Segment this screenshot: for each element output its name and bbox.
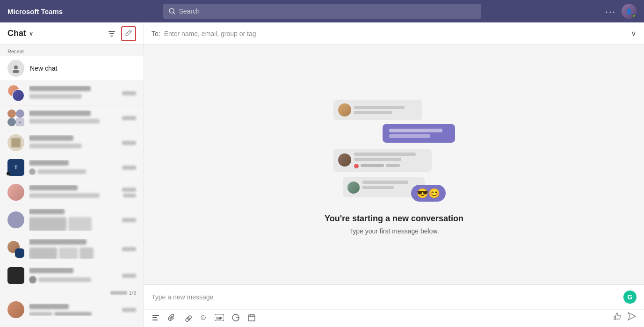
- chat-title-button[interactable]: Chat ∨: [7, 29, 33, 38]
- illustration-bubble-1: [333, 100, 422, 120]
- chat-time: [122, 218, 136, 222]
- top-right-actions: ··· 👤: [605, 4, 637, 19]
- app-title: Microsoft Teams: [7, 7, 63, 15]
- chat-item-content: [29, 135, 117, 150]
- list-item[interactable]: [0, 263, 144, 288]
- chat-item-content: [29, 185, 117, 200]
- chat-time: [122, 116, 136, 120]
- chat-item-content: [29, 304, 117, 316]
- svg-rect-2: [109, 31, 115, 32]
- chat-meta: [122, 308, 136, 312]
- filter-button[interactable]: [104, 26, 119, 41]
- recent-label: Recent: [0, 45, 144, 56]
- sticker-button[interactable]: [232, 313, 240, 322]
- compose-icon: [125, 30, 132, 37]
- conversation-subtitle: Type your first message below.: [349, 227, 439, 235]
- chat-meta: [122, 188, 136, 197]
- chat-name: [29, 86, 91, 91]
- page-indicator: 1/3: [129, 290, 136, 296]
- chat-name: [29, 185, 78, 190]
- chat-preview: [29, 119, 100, 124]
- schedule-button[interactable]: [247, 313, 256, 322]
- chat-name: [29, 304, 69, 309]
- list-item[interactable]: T: [0, 155, 144, 180]
- more-options-button[interactable]: ···: [605, 6, 616, 17]
- chat-name: [29, 110, 91, 116]
- chat-list: +: [0, 81, 144, 327]
- chat-item-content: [29, 110, 117, 125]
- toolbar-row: ☺ GIF: [144, 310, 644, 327]
- right-panel: To: ∨: [144, 22, 644, 327]
- pagination: 1/3: [0, 288, 144, 298]
- search-icon: [169, 8, 175, 15]
- chat-meta: [122, 166, 136, 170]
- chat-name: [29, 160, 69, 166]
- new-chat-avatar-icon: [7, 60, 24, 77]
- user-avatar[interactable]: 👤: [622, 4, 637, 19]
- sidebar-header: Chat ∨: [0, 22, 144, 45]
- new-chat-label: New chat: [30, 65, 57, 72]
- status-indicator: [632, 14, 637, 19]
- list-item[interactable]: [0, 131, 144, 155]
- to-field: To: ∨: [144, 22, 644, 45]
- send-button[interactable]: [627, 312, 637, 323]
- list-item[interactable]: [0, 180, 144, 205]
- chat-preview: [38, 277, 91, 282]
- chat-meta: [122, 116, 136, 120]
- svg-text:GIF: GIF: [216, 316, 222, 320]
- format-text-button[interactable]: [152, 313, 160, 322]
- chat-meta: [122, 91, 136, 95]
- search-bar[interactable]: [163, 4, 481, 19]
- chat-illustration: 😎😊: [329, 95, 460, 203]
- chat-time: [122, 188, 136, 192]
- illustration-bubble-2: [383, 124, 455, 143]
- list-item[interactable]: [0, 205, 144, 235]
- list-item[interactable]: +: [0, 106, 144, 131]
- chat-meta: [122, 247, 136, 251]
- chat-name: [29, 135, 73, 141]
- grammarly-button[interactable]: G: [623, 291, 637, 304]
- avatar-initials: 👤: [626, 8, 632, 15]
- chat-name: [29, 268, 73, 273]
- like-button[interactable]: [613, 312, 622, 323]
- link-button[interactable]: [183, 313, 192, 322]
- chat-title-label: Chat: [7, 29, 26, 38]
- svg-line-5: [130, 31, 131, 32]
- list-item[interactable]: [0, 298, 144, 322]
- chat-time: [122, 274, 136, 278]
- chat-time: [122, 247, 136, 251]
- chat-preview: [29, 94, 82, 99]
- svg-point-6: [14, 65, 18, 69]
- chat-meta: [122, 274, 136, 278]
- svg-rect-12: [248, 315, 255, 321]
- chat-meta: [122, 218, 136, 222]
- svg-rect-3: [109, 33, 114, 34]
- to-label: To:: [152, 30, 160, 37]
- chat-meta: [122, 141, 136, 145]
- chat-item-content: [29, 209, 117, 231]
- message-input[interactable]: [152, 293, 620, 301]
- chat-time: [122, 308, 136, 312]
- chat-time: [122, 166, 136, 170]
- chat-name: [29, 209, 65, 214]
- illustration-bubble-3: [333, 149, 432, 172]
- new-chat-item[interactable]: New chat: [0, 56, 144, 81]
- conversation-title: You're starting a new conversation: [325, 214, 463, 224]
- list-item[interactable]: [0, 235, 144, 263]
- chat-preview: [37, 169, 86, 174]
- emoji-button[interactable]: ☺: [199, 313, 207, 322]
- collapse-button[interactable]: ∨: [631, 29, 637, 38]
- message-input-row: G: [144, 285, 644, 310]
- search-input[interactable]: [179, 7, 476, 15]
- new-chat-compose-button[interactable]: [121, 26, 136, 41]
- list-item[interactable]: [0, 81, 144, 106]
- attach-button[interactable]: [167, 313, 176, 322]
- svg-line-1: [174, 13, 175, 14]
- gif-button[interactable]: GIF: [215, 314, 224, 321]
- chat-item-content: [29, 268, 117, 283]
- chat-item-content: [29, 86, 117, 101]
- to-input[interactable]: [164, 30, 631, 37]
- message-area: G: [144, 284, 644, 327]
- chat-name: [29, 239, 87, 245]
- svg-point-7: [13, 70, 19, 73]
